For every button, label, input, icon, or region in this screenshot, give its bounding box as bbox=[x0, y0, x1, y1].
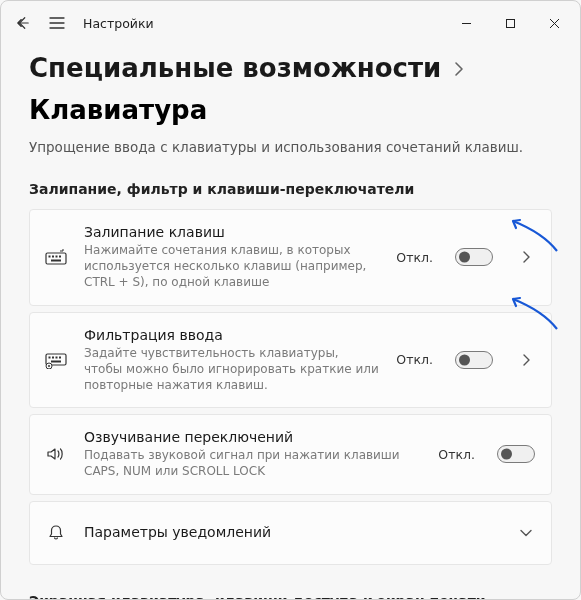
svg-rect-8 bbox=[49, 356, 51, 358]
svg-rect-3 bbox=[52, 256, 54, 258]
close-button[interactable] bbox=[532, 7, 576, 39]
window-title: Настройки bbox=[83, 16, 154, 31]
bell-icon bbox=[44, 524, 68, 542]
keyboard-filter-icon bbox=[44, 351, 68, 369]
sticky-keys-toggle[interactable] bbox=[455, 248, 493, 266]
svg-rect-4 bbox=[56, 256, 58, 258]
setting-desc: Нажимайте сочетания клавиш, в которых ис… bbox=[84, 242, 380, 291]
expand-chevron-down-icon[interactable] bbox=[517, 529, 535, 537]
toggle-state-label: Откл. bbox=[396, 250, 433, 265]
setting-title: Фильтрация ввода bbox=[84, 327, 380, 343]
expand-chevron-icon[interactable] bbox=[517, 354, 535, 366]
svg-rect-11 bbox=[59, 356, 61, 358]
section-osk: Экранная клавиатура, клавиши доступа и э… bbox=[29, 593, 552, 601]
breadcrumb-current: Клавиатура bbox=[29, 95, 207, 125]
setting-sticky-keys[interactable]: Залипание клавиш Нажимайте сочетания кла… bbox=[29, 209, 552, 306]
setting-notification-options[interactable]: Параметры уведомлений bbox=[29, 501, 552, 565]
breadcrumb-parent[interactable]: Специальные возможности bbox=[29, 53, 441, 83]
toggle-keys-sound-toggle[interactable] bbox=[497, 445, 535, 463]
svg-rect-12 bbox=[51, 360, 61, 362]
svg-rect-1 bbox=[46, 253, 66, 264]
svg-rect-6 bbox=[51, 260, 61, 262]
svg-rect-0 bbox=[506, 19, 514, 27]
setting-title: Параметры уведомлений bbox=[84, 524, 493, 540]
filter-keys-toggle[interactable] bbox=[455, 351, 493, 369]
menu-icon[interactable] bbox=[49, 17, 65, 29]
expand-chevron-icon[interactable] bbox=[517, 251, 535, 263]
chevron-right-icon bbox=[453, 60, 465, 81]
section-sticky-filter-toggle: Залипание, фильтр и клавиши-переключател… bbox=[29, 181, 552, 197]
back-button[interactable] bbox=[15, 16, 31, 30]
svg-rect-9 bbox=[52, 356, 54, 358]
setting-toggle-keys-sound[interactable]: Озвучивание переключений Подавать звуков… bbox=[29, 414, 552, 494]
svg-rect-5 bbox=[59, 256, 61, 258]
toggle-state-label: Откл. bbox=[396, 352, 433, 367]
setting-desc: Подавать звуковой сигнал при нажатии кла… bbox=[84, 447, 422, 479]
keyboard-icon bbox=[44, 249, 68, 265]
svg-rect-10 bbox=[56, 356, 58, 358]
breadcrumb: Специальные возможности Клавиатура bbox=[29, 53, 552, 125]
toggle-state-label: Откл. bbox=[438, 447, 475, 462]
maximize-button[interactable] bbox=[488, 7, 532, 39]
sound-icon bbox=[44, 446, 68, 462]
setting-desc: Задайте чувствительность клавиатуры, что… bbox=[84, 345, 380, 394]
titlebar: Настройки bbox=[1, 1, 580, 45]
svg-point-14 bbox=[48, 365, 50, 367]
setting-title: Озвучивание переключений bbox=[84, 429, 422, 445]
svg-rect-2 bbox=[49, 256, 51, 258]
page-subtitle: Упрощение ввода с клавиатуры и использов… bbox=[29, 139, 552, 155]
setting-filter-keys[interactable]: Фильтрация ввода Задайте чувствительност… bbox=[29, 312, 552, 409]
setting-title: Залипание клавиш bbox=[84, 224, 380, 240]
minimize-button[interactable] bbox=[444, 7, 488, 39]
